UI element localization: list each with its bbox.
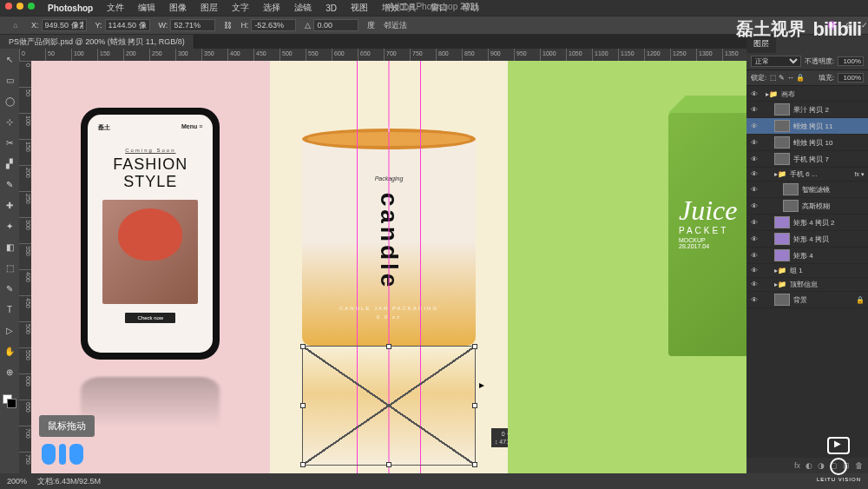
fx-icon[interactable]: fx: [794, 461, 800, 470]
layer-name[interactable]: 组 1: [790, 266, 803, 275]
zoom-tool[interactable]: ⊕: [3, 365, 16, 379]
layer-name[interactable]: 背景: [793, 295, 807, 305]
visibility-icon[interactable]: 👁: [750, 155, 759, 163]
handle-bl[interactable]: [300, 462, 306, 467]
layer-thumb[interactable]: [783, 200, 799, 212]
blend-mode[interactable]: 正常: [751, 56, 801, 67]
menu-layer[interactable]: 图层: [194, 0, 224, 16]
layer-thumb[interactable]: [774, 103, 790, 116]
move-tool[interactable]: ↖: [3, 52, 16, 66]
layer-row[interactable]: 👁矩形 4 拷贝 2: [746, 215, 868, 231]
doc-tab-active[interactable]: PS做产品倒影.psd @ 200% (蜡烛 拷贝 11, RGB/8): [0, 35, 194, 50]
visibility-icon[interactable]: 👁: [750, 267, 759, 274]
handle-ml[interactable]: [300, 403, 306, 408]
layer-row[interactable]: 👁▸📁画布: [746, 88, 868, 102]
visibility-icon[interactable]: 👁: [750, 106, 759, 114]
handle-mr[interactable]: [472, 403, 477, 408]
layer-thumb[interactable]: [774, 294, 790, 306]
wand-tool[interactable]: ⊹: [3, 115, 16, 129]
interp-label[interactable]: 邻近法: [384, 20, 407, 31]
ruler-vertical[interactable]: 0501001502002503003504004505005506006507…: [19, 61, 31, 473]
menu-file[interactable]: 文件: [101, 0, 130, 16]
h-field[interactable]: [251, 19, 296, 31]
x-field[interactable]: [42, 19, 87, 31]
layer-name[interactable]: 蜡烛 拷贝 11: [793, 122, 832, 131]
menu-image[interactable]: 图像: [163, 0, 193, 16]
layer-row[interactable]: 👁▸📁顶部信息: [746, 278, 868, 292]
home-icon[interactable]: ⌂: [9, 19, 23, 31]
heal-tool[interactable]: ✚: [3, 198, 16, 212]
lasso-tool[interactable]: ◯: [3, 94, 16, 108]
layer-name[interactable]: 果汁 拷贝 2: [793, 105, 829, 115]
visibility-icon[interactable]: 👁: [750, 139, 759, 147]
layer-thumb[interactable]: [774, 153, 790, 165]
layer-row[interactable]: 👁智能滤镜: [746, 182, 868, 198]
type-tool[interactable]: T: [3, 302, 16, 316]
canvas-area[interactable]: 磊土Menu ≡ Coming Soon FASHIONSTYLE Check …: [19, 49, 746, 473]
layer-row[interactable]: 👁▸📁组 1: [746, 264, 868, 278]
layer-thumb[interactable]: [774, 216, 790, 228]
layer-row[interactable]: 👁果汁 拷贝 2: [746, 102, 868, 118]
visibility-icon[interactable]: 👁: [750, 252, 759, 260]
visibility-icon[interactable]: 👁: [750, 90, 759, 98]
layer-row[interactable]: 👁蜡烛 拷贝 10: [746, 135, 868, 151]
ruler-horizontal[interactable]: 0501001502002503003504004505005506006507…: [19, 49, 746, 61]
layer-name[interactable]: 矩形 4: [793, 251, 813, 261]
close-window[interactable]: [5, 3, 12, 10]
layer-row[interactable]: 👁手机 拷贝 7: [746, 151, 868, 168]
lock-icons[interactable]: ⬚ ✎ ↔ 🔒: [770, 74, 805, 82]
maximize-window[interactable]: [28, 3, 35, 10]
layer-name[interactable]: 顶部信息: [790, 280, 818, 289]
fill-field[interactable]: [838, 73, 864, 83]
menu-select[interactable]: 选择: [257, 0, 286, 16]
visibility-icon[interactable]: 👁: [750, 202, 759, 210]
path-tool[interactable]: ▷: [3, 323, 16, 337]
marquee-tool[interactable]: ▭: [3, 73, 16, 87]
handle-tc[interactable]: [386, 344, 391, 349]
menu-3d[interactable]: 3D: [319, 2, 343, 15]
link-icon[interactable]: ⛓: [224, 21, 232, 30]
minimize-window[interactable]: [16, 3, 23, 10]
fx-badge[interactable]: fx ▾: [855, 171, 865, 178]
color-swatches[interactable]: [3, 394, 16, 408]
crop-tool[interactable]: ✂: [3, 135, 16, 149]
layer-thumb[interactable]: [774, 249, 790, 261]
gradient-tool[interactable]: ✎: [3, 281, 16, 295]
commit-icon[interactable]: ✓: [861, 21, 868, 30]
transform-bounding-box[interactable]: 0 像素 ↕ 471 像素: [302, 346, 476, 466]
layer-thumb[interactable]: [774, 120, 790, 132]
angle-field[interactable]: [313, 19, 358, 31]
handle-tl[interactable]: [300, 344, 306, 349]
visibility-icon[interactable]: 👁: [750, 170, 759, 178]
visibility-icon[interactable]: 👁: [750, 235, 759, 243]
layer-thumb[interactable]: [774, 233, 790, 245]
opacity-field[interactable]: [838, 56, 864, 66]
layer-row[interactable]: 👁高斯模糊: [746, 198, 868, 215]
stamp-tool[interactable]: ◧: [3, 240, 16, 254]
menu-filter[interactable]: 滤镜: [288, 0, 318, 16]
visibility-icon[interactable]: 👁: [750, 219, 759, 227]
visibility-icon[interactable]: 👁: [750, 296, 759, 304]
w-field[interactable]: [170, 19, 215, 31]
layer-row[interactable]: 👁▸📁手机 6 ...fx ▾: [746, 168, 868, 182]
frame-tool[interactable]: ▞: [3, 156, 16, 170]
layer-list[interactable]: 👁▸📁画布👁果汁 拷贝 2👁蜡烛 拷贝 11👁蜡烛 拷贝 10👁手机 拷贝 7👁…: [746, 86, 868, 458]
layer-row[interactable]: 👁矩形 4: [746, 248, 868, 264]
layer-name[interactable]: 高斯模糊: [802, 202, 830, 211]
zoom-level[interactable]: 200%: [7, 477, 27, 486]
layer-name[interactable]: 矩形 4 拷贝: [793, 235, 829, 244]
layer-name[interactable]: 蜡烛 拷贝 10: [793, 138, 832, 148]
visibility-icon[interactable]: 👁: [750, 281, 759, 288]
layer-thumb[interactable]: [783, 183, 799, 195]
mask-icon[interactable]: ◐: [806, 461, 812, 470]
layer-row[interactable]: 👁蜡烛 拷贝 11: [746, 118, 868, 135]
layer-name[interactable]: 智能滤镜: [802, 185, 830, 195]
layer-row[interactable]: 👁背景🔒: [746, 292, 868, 308]
traffic-lights[interactable]: [5, 3, 35, 10]
layer-thumb[interactable]: [774, 136, 790, 149]
eraser-tool[interactable]: ⬚: [3, 261, 16, 274]
layer-name[interactable]: 手机 拷贝 7: [793, 155, 829, 164]
handle-bc[interactable]: [386, 462, 391, 467]
handle-br[interactable]: [472, 462, 477, 467]
visibility-icon[interactable]: 👁: [750, 186, 759, 194]
